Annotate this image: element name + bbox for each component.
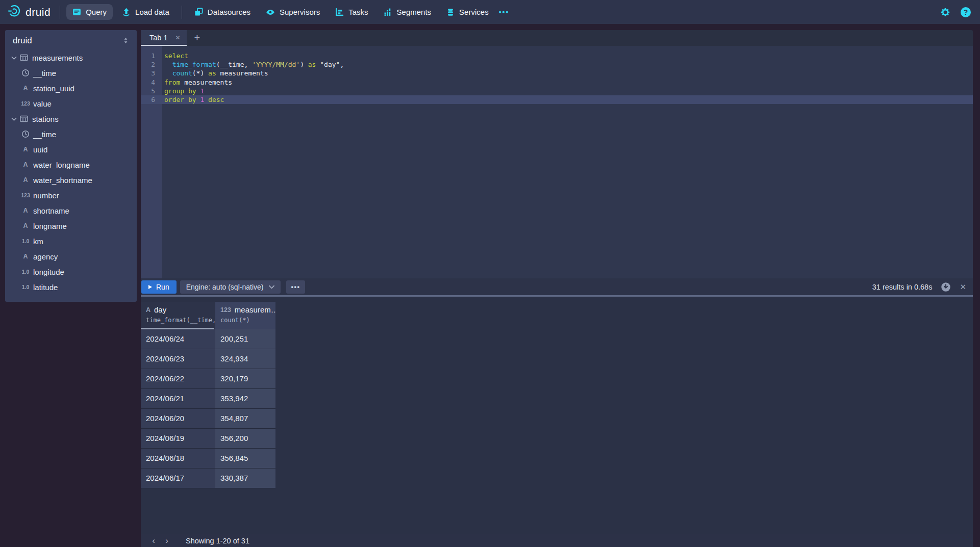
result-cell[interactable]: 320,179 — [215, 369, 275, 389]
code-line-5: 5group by 1 — [141, 87, 973, 95]
sql-editor[interactable]: 1select2 time_format(__time, 'YYYY/MM/dd… — [141, 46, 973, 278]
result-cell[interactable]: 2024/06/18 — [141, 449, 215, 468]
string-type-icon: A — [20, 176, 31, 184]
clock-icon — [20, 130, 31, 138]
nav-item-segments[interactable]: Segments — [378, 4, 438, 20]
result-cell[interactable]: 2024/06/20 — [141, 409, 215, 429]
logo-text: druid — [26, 6, 51, 18]
nav-item-query[interactable]: Query — [66, 4, 113, 20]
string-type-icon: A — [20, 146, 31, 153]
nav-item-label: Services — [459, 8, 489, 16]
tree-item-label: water_shortname — [33, 176, 92, 185]
run-status: 31 results in 0.68s ✕ — [872, 282, 966, 292]
help-icon[interactable]: ? — [961, 7, 971, 17]
result-cell[interactable]: 356,845 — [215, 449, 275, 468]
nav-item-load-data[interactable]: Load data — [116, 4, 175, 20]
nav-item-datasources[interactable]: Datasources — [188, 4, 257, 20]
column-header-measurem-[interactable]: 123measurem…count(*) — [215, 302, 275, 329]
tree-item-measurements[interactable]: measurements — [5, 50, 137, 65]
results-panel: Adaytime_format(__time, …123measurem…cou… — [141, 297, 973, 534]
column-expression: time_format(__time, … — [146, 317, 215, 324]
tree-item-label: station_uuid — [33, 84, 74, 93]
next-page-button[interactable]: › — [160, 534, 173, 547]
schema-title: druid — [13, 36, 32, 46]
sort-columns-icon[interactable] — [122, 37, 130, 44]
tree-item-km[interactable]: 1.0km — [5, 233, 137, 249]
play-icon — [148, 285, 152, 289]
top-nav: druid QueryLoad data DatasourcesSupervis… — [0, 0, 980, 24]
string-type-icon: A — [20, 85, 31, 92]
supervisors-icon — [266, 8, 275, 17]
pagination-text: Showing 1-20 of 31 — [186, 537, 249, 545]
result-cell[interactable]: 2024/06/21 — [141, 389, 215, 409]
tree-item-label: __time — [33, 130, 56, 139]
result-cell[interactable]: 200,251 — [215, 329, 275, 349]
float-type-icon: 1.0 — [20, 238, 31, 244]
tree-item-label: longname — [33, 222, 67, 230]
tree-item-longitude[interactable]: 1.0longitude — [5, 264, 137, 279]
druid-logo[interactable]: druid — [7, 4, 51, 20]
result-cell[interactable]: 2024/06/17 — [141, 468, 215, 488]
table-row: 2024/06/21353,942 — [141, 389, 973, 409]
table-row: 2024/06/23324,934 — [141, 349, 973, 369]
tab-label: Tab 1 — [149, 34, 167, 42]
line-number: 4 — [141, 78, 162, 87]
tree-item-agency[interactable]: Aagency — [5, 249, 137, 264]
tree-item-uuid[interactable]: Auuid — [5, 142, 137, 157]
column-header-day[interactable]: Adaytime_format(__time, … — [141, 302, 215, 329]
tree-item-label: __time — [33, 69, 56, 77]
tree-item-longname[interactable]: Alongname — [5, 218, 137, 233]
close-results-icon[interactable]: ✕ — [960, 282, 966, 292]
nav-item-supervisors[interactable]: Supervisors — [260, 4, 326, 20]
chevron-down-icon — [10, 116, 17, 122]
druid-logo-icon — [7, 4, 21, 20]
tree-item-number[interactable]: 123number — [5, 188, 137, 203]
add-tab-button[interactable]: + — [194, 30, 200, 46]
result-cell[interactable]: 354,807 — [215, 409, 275, 429]
tree-item-water_longname[interactable]: Awater_longname — [5, 157, 137, 172]
tab-bar: Tab 1 ✕ + — [141, 30, 973, 46]
tree-item-label: longitude — [33, 268, 64, 276]
code-line-2: 2 time_format(__time, 'YYYY/MM/dd') as "… — [141, 60, 973, 69]
table-icon — [19, 54, 28, 62]
nav-item-services[interactable]: Services — [440, 4, 495, 20]
result-cell[interactable]: 2024/06/24 — [141, 329, 215, 349]
tree-item-label: stations — [32, 115, 59, 123]
result-cell[interactable]: 2024/06/19 — [141, 429, 215, 449]
tab-tab1[interactable]: Tab 1 ✕ — [141, 30, 187, 46]
result-cell[interactable]: 2024/06/22 — [141, 369, 215, 389]
code-line-6: 6order by 1 desc — [141, 95, 973, 104]
tree-item-latitude[interactable]: 1.0latitude — [5, 279, 137, 295]
result-cell[interactable]: 2024/06/23 — [141, 349, 215, 369]
tree-item-stations[interactable]: stations — [5, 111, 137, 126]
tree-item-label: agency — [33, 252, 58, 261]
tree-item-label: km — [33, 237, 43, 246]
tab-close-icon[interactable]: ✕ — [175, 34, 180, 41]
run-button[interactable]: Run — [141, 280, 177, 294]
query-icon — [72, 8, 81, 16]
prev-page-button[interactable]: ‹ — [147, 534, 160, 547]
result-cell[interactable]: 356,200 — [215, 429, 275, 449]
nav-item-label: Load data — [135, 8, 169, 16]
nav-more-button[interactable]: ••• — [495, 5, 514, 20]
run-more-button[interactable]: ••• — [286, 280, 305, 294]
download-icon[interactable] — [941, 282, 951, 292]
settings-gear-icon[interactable] — [940, 7, 950, 17]
tree-item-water_shortname[interactable]: Awater_shortname — [5, 172, 137, 188]
result-cell[interactable]: 330,387 — [215, 468, 275, 488]
tree-item-shortname[interactable]: Ashortname — [5, 203, 137, 218]
tree-item-__time[interactable]: __time — [5, 65, 137, 81]
result-cell[interactable]: 324,934 — [215, 349, 275, 369]
nav-item-tasks[interactable]: Tasks — [329, 4, 374, 20]
line-number: 5 — [141, 87, 162, 95]
string-type-icon: A — [20, 161, 31, 168]
code-line-3: 3 count(*) as measurements — [141, 69, 973, 77]
code-text: from measurements — [162, 78, 973, 87]
tree-item-station_uuid[interactable]: Astation_uuid — [5, 81, 137, 96]
tree-item-__time[interactable]: __time — [5, 126, 137, 142]
tree-item-value[interactable]: 123value — [5, 96, 137, 111]
result-cell[interactable]: 353,942 — [215, 389, 275, 409]
engine-select[interactable]: Engine: auto (sql-native) — [180, 280, 281, 294]
code-text: order by 1 desc — [162, 95, 973, 104]
string-type-icon: A — [20, 222, 31, 229]
